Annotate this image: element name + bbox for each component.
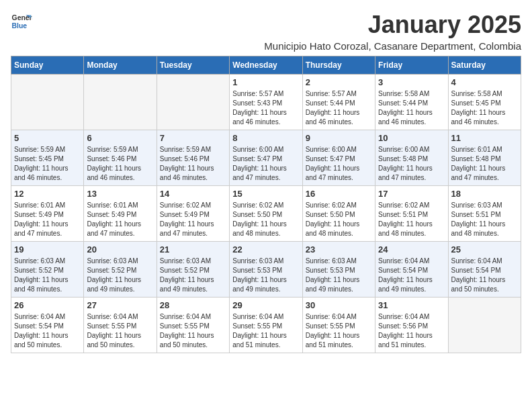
- day-info: Sunrise: 6:02 AM Sunset: 5:49 PM Dayligh…: [160, 201, 226, 238]
- table-row: 10Sunrise: 6:00 AM Sunset: 5:48 PM Dayli…: [375, 130, 448, 186]
- day-info: Sunrise: 6:03 AM Sunset: 5:53 PM Dayligh…: [232, 257, 299, 294]
- table-row: 30Sunrise: 6:04 AM Sunset: 5:55 PM Dayli…: [302, 298, 375, 353]
- day-info: Sunrise: 6:03 AM Sunset: 5:51 PM Dayligh…: [451, 201, 518, 238]
- table-row: 26Sunrise: 6:04 AM Sunset: 5:54 PM Dayli…: [11, 298, 84, 353]
- table-row: 3Sunrise: 5:58 AM Sunset: 5:44 PM Daylig…: [375, 75, 448, 130]
- day-info: Sunrise: 5:59 AM Sunset: 5:46 PM Dayligh…: [160, 145, 226, 183]
- calendar-header-row: Sunday Monday Tuesday Wednesday Thursday…: [11, 56, 521, 75]
- table-row: 12Sunrise: 6:01 AM Sunset: 5:49 PM Dayli…: [11, 186, 84, 242]
- table-row: 4Sunrise: 5:58 AM Sunset: 5:45 PM Daylig…: [448, 75, 521, 130]
- day-number: 17: [378, 189, 445, 199]
- day-number: 9: [306, 133, 372, 143]
- day-number: 1: [232, 77, 299, 87]
- table-row: [157, 75, 229, 130]
- table-row: 14Sunrise: 6:02 AM Sunset: 5:49 PM Dayli…: [157, 186, 229, 242]
- table-row: 20Sunrise: 6:03 AM Sunset: 5:52 PM Dayli…: [84, 242, 157, 298]
- day-info: Sunrise: 6:00 AM Sunset: 5:47 PM Dayligh…: [232, 145, 299, 183]
- header: General Blue January 2025 Municipio Hato…: [11, 11, 521, 52]
- location-subtitle: Municipio Hato Corozal, Casanare Departm…: [264, 40, 521, 52]
- day-info: Sunrise: 6:01 AM Sunset: 5:48 PM Dayligh…: [451, 145, 518, 183]
- table-row: 25Sunrise: 6:04 AM Sunset: 5:54 PM Dayli…: [448, 242, 521, 298]
- table-row: 11Sunrise: 6:01 AM Sunset: 5:48 PM Dayli…: [448, 130, 521, 186]
- day-number: 13: [87, 189, 153, 199]
- calendar: Sunday Monday Tuesday Wednesday Thursday…: [11, 56, 521, 353]
- day-number: 14: [160, 189, 226, 199]
- col-friday: Friday: [375, 56, 448, 75]
- col-wednesday: Wednesday: [230, 56, 302, 75]
- day-number: 15: [232, 189, 299, 199]
- month-title: January 2025: [264, 11, 521, 39]
- day-number: 30: [306, 300, 372, 310]
- day-number: 28: [160, 300, 226, 310]
- col-thursday: Thursday: [302, 56, 375, 75]
- calendar-week-row: 26Sunrise: 6:04 AM Sunset: 5:54 PM Dayli…: [11, 298, 521, 353]
- day-number: 31: [378, 300, 445, 310]
- calendar-week-row: 1Sunrise: 5:57 AM Sunset: 5:43 PM Daylig…: [11, 75, 521, 130]
- day-info: Sunrise: 6:04 AM Sunset: 5:56 PM Dayligh…: [378, 312, 445, 350]
- day-number: 7: [160, 133, 226, 143]
- col-tuesday: Tuesday: [157, 56, 229, 75]
- day-number: 8: [232, 133, 299, 143]
- table-row: 5Sunrise: 5:59 AM Sunset: 5:45 PM Daylig…: [11, 130, 84, 186]
- table-row: 23Sunrise: 6:03 AM Sunset: 5:53 PM Dayli…: [302, 242, 375, 298]
- day-number: 19: [14, 244, 81, 255]
- day-info: Sunrise: 6:00 AM Sunset: 5:47 PM Dayligh…: [306, 145, 372, 183]
- day-info: Sunrise: 6:04 AM Sunset: 5:55 PM Dayligh…: [87, 312, 153, 350]
- day-info: Sunrise: 5:57 AM Sunset: 5:44 PM Dayligh…: [306, 89, 372, 127]
- day-number: 18: [451, 189, 518, 199]
- table-row: 13Sunrise: 6:01 AM Sunset: 5:49 PM Dayli…: [84, 186, 157, 242]
- day-number: 25: [451, 244, 518, 255]
- logo-icon: General Blue: [11, 11, 32, 32]
- day-info: Sunrise: 6:04 AM Sunset: 5:54 PM Dayligh…: [14, 312, 81, 350]
- logo: General Blue: [11, 11, 32, 32]
- day-info: Sunrise: 6:04 AM Sunset: 5:55 PM Dayligh…: [306, 312, 372, 350]
- table-row: 21Sunrise: 6:03 AM Sunset: 5:52 PM Dayli…: [157, 242, 229, 298]
- day-number: 27: [87, 300, 153, 310]
- day-number: 11: [451, 133, 518, 143]
- day-info: Sunrise: 5:57 AM Sunset: 5:43 PM Dayligh…: [232, 89, 299, 127]
- day-number: 12: [14, 189, 81, 199]
- day-info: Sunrise: 5:59 AM Sunset: 5:45 PM Dayligh…: [14, 145, 81, 183]
- table-row: 9Sunrise: 6:00 AM Sunset: 5:47 PM Daylig…: [302, 130, 375, 186]
- table-row: 8Sunrise: 6:00 AM Sunset: 5:47 PM Daylig…: [230, 130, 302, 186]
- table-row: 6Sunrise: 5:59 AM Sunset: 5:46 PM Daylig…: [84, 130, 157, 186]
- day-info: Sunrise: 6:03 AM Sunset: 5:52 PM Dayligh…: [160, 257, 226, 294]
- day-info: Sunrise: 6:02 AM Sunset: 5:50 PM Dayligh…: [232, 201, 299, 238]
- table-row: 17Sunrise: 6:02 AM Sunset: 5:51 PM Dayli…: [375, 186, 448, 242]
- day-info: Sunrise: 6:01 AM Sunset: 5:49 PM Dayligh…: [87, 201, 153, 238]
- day-number: 20: [87, 244, 153, 255]
- table-row: 22Sunrise: 6:03 AM Sunset: 5:53 PM Dayli…: [230, 242, 302, 298]
- day-info: Sunrise: 6:04 AM Sunset: 5:54 PM Dayligh…: [451, 257, 518, 294]
- day-number: 3: [378, 77, 445, 87]
- day-info: Sunrise: 6:04 AM Sunset: 5:55 PM Dayligh…: [160, 312, 226, 350]
- day-info: Sunrise: 6:03 AM Sunset: 5:52 PM Dayligh…: [14, 257, 81, 294]
- table-row: [448, 298, 521, 353]
- day-info: Sunrise: 6:02 AM Sunset: 5:50 PM Dayligh…: [306, 201, 372, 238]
- table-row: [84, 75, 157, 130]
- table-row: 31Sunrise: 6:04 AM Sunset: 5:56 PM Dayli…: [375, 298, 448, 353]
- day-info: Sunrise: 6:02 AM Sunset: 5:51 PM Dayligh…: [378, 201, 445, 238]
- day-number: 4: [451, 77, 518, 87]
- title-area: January 2025 Municipio Hato Corozal, Cas…: [264, 11, 521, 52]
- table-row: 2Sunrise: 5:57 AM Sunset: 5:44 PM Daylig…: [302, 75, 375, 130]
- col-monday: Monday: [84, 56, 157, 75]
- table-row: 19Sunrise: 6:03 AM Sunset: 5:52 PM Dayli…: [11, 242, 84, 298]
- day-number: 21: [160, 244, 226, 255]
- day-info: Sunrise: 6:01 AM Sunset: 5:49 PM Dayligh…: [14, 201, 81, 238]
- table-row: 1Sunrise: 5:57 AM Sunset: 5:43 PM Daylig…: [230, 75, 302, 130]
- table-row: 16Sunrise: 6:02 AM Sunset: 5:50 PM Dayli…: [302, 186, 375, 242]
- day-number: 29: [232, 300, 299, 310]
- calendar-week-row: 5Sunrise: 5:59 AM Sunset: 5:45 PM Daylig…: [11, 130, 521, 186]
- calendar-week-row: 12Sunrise: 6:01 AM Sunset: 5:49 PM Dayli…: [11, 186, 521, 242]
- day-info: Sunrise: 6:03 AM Sunset: 5:52 PM Dayligh…: [87, 257, 153, 294]
- day-info: Sunrise: 5:58 AM Sunset: 5:45 PM Dayligh…: [451, 89, 518, 127]
- table-row: 15Sunrise: 6:02 AM Sunset: 5:50 PM Dayli…: [230, 186, 302, 242]
- table-row: 28Sunrise: 6:04 AM Sunset: 5:55 PM Dayli…: [157, 298, 229, 353]
- table-row: 27Sunrise: 6:04 AM Sunset: 5:55 PM Dayli…: [84, 298, 157, 353]
- day-info: Sunrise: 5:59 AM Sunset: 5:46 PM Dayligh…: [87, 145, 153, 183]
- day-info: Sunrise: 6:04 AM Sunset: 5:55 PM Dayligh…: [232, 312, 299, 350]
- table-row: 29Sunrise: 6:04 AM Sunset: 5:55 PM Dayli…: [230, 298, 302, 353]
- day-number: 5: [14, 133, 81, 143]
- day-number: 22: [232, 244, 299, 255]
- day-info: Sunrise: 6:03 AM Sunset: 5:53 PM Dayligh…: [306, 257, 372, 294]
